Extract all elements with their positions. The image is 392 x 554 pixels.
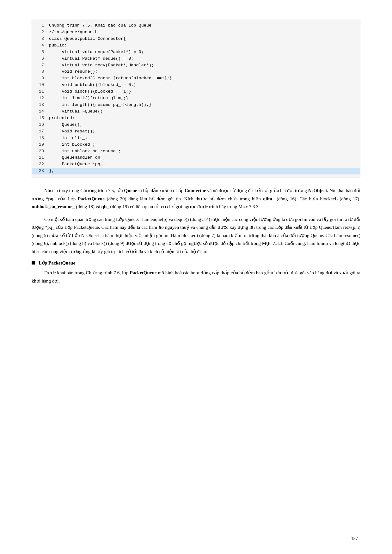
line-content-10: void unblock(){blocked_ = 0;} [49,82,136,88]
code-line-21: 21 QueueHandler qh_; [32,155,360,161]
line-number-20: 20 [34,148,44,155]
code-line-7: 7 virtual void recv(Packet*,Handler*); [32,62,360,69]
line-content-12: int limit(){return qlim_;} [49,95,128,102]
code-line-17: 17 void reset(); [32,128,360,135]
line-content-5: virtual void enque(Packet*) = 0; [49,49,144,56]
line-content-17: void reset(); [49,128,95,135]
line-content-4: public: [49,42,67,49]
line-number-1: 1 [34,22,44,29]
line-number-21: 21 [34,155,44,161]
code-line-14: 14 virtual ~Queue(); [32,108,360,115]
code-line-3: 3 class Queue:public Connnector{ [32,36,360,42]
line-content-18: int qlim_; [49,135,88,142]
line-content-3: class Queue:public Connnector{ [49,36,126,42]
line-content-21: QueueHandler qh_; [49,155,105,161]
line-number-5: 5 [34,49,44,56]
line-number-16: 16 [34,122,44,128]
line-content-7: virtual void recv(Packet*,Handler*); [49,62,154,69]
line-content-9: int blocked() const {return[blocked_ ==1… [49,75,172,82]
line-number-11: 11 [34,88,44,95]
line-number-14: 14 [34,108,44,115]
line-content-8: void resume(); [49,69,98,75]
paragraph-3: Được khai báo trong Chương trình 7.6, lớ… [32,269,360,285]
code-line-9: 9 int blocked() const {return[blocked_ =… [32,75,360,82]
line-content-1: Chuong trinh 7.5. Khai bao cua lop Queue [49,22,151,29]
code-line-12: 12 int limit(){return qlim_;} [32,95,360,102]
line-number-19: 19 [34,142,44,148]
line-number-13: 13 [34,102,44,108]
code-line-8: 8 void resume(); [32,69,360,75]
line-content-23: }; [49,168,54,174]
code-line-18: 18 int qlim_; [32,135,360,142]
line-content-11: void block(){blocked_ = 1;} [49,88,131,95]
line-content-16: Queue(); [49,122,82,128]
line-number-17: 17 [34,128,44,135]
line-content-19: int blocked_; [49,142,95,148]
line-number-10: 10 [34,82,44,88]
line-content-15: protected: [49,115,75,122]
code-block: 1 Chuong trinh 7.5. Khai bao cua lop Que… [32,19,360,178]
line-content-6: virtual Packet* deque() = 0; [49,56,133,62]
line-number-12: 12 [34,95,44,102]
code-line-13: 13 int length(){resume pq_->length();} [32,102,360,108]
line-content-14: virtual ~Queue(); [49,108,105,115]
code-line-6: 6 virtual Packet* deque() = 0; [32,56,360,62]
subheading-label: Lớp PacketQueue [39,260,75,266]
line-content-13: int length(){resume pq_->length();} [49,102,151,108]
line-content-22: PacketQueue *pq_; [49,161,105,168]
page: 1 Chuong trinh 7.5. Khai bao cua lop Que… [0,0,392,554]
code-line-23: 23 }; [32,168,360,174]
page-number: - 137 - [349,536,360,541]
line-number-2: 2 [34,29,44,36]
code-line-10: 10 void unblock(){blocked_ = 0;} [32,82,360,88]
line-number-22: 22 [34,161,44,168]
line-number-15: 15 [34,115,44,122]
line-content-2: //~ns/queue/queue.h [49,29,98,36]
code-line-11: 11 void block(){blocked_ = 1;} [32,88,360,95]
line-number-8: 8 [34,69,44,75]
paragraph-2: Có một số hàm quan trọng sau trong Lớp Q… [32,216,360,256]
code-line-2: 2 //~ns/queue/queue.h [32,29,360,36]
code-line-15: 15 protected: [32,115,360,122]
line-number-7: 7 [34,62,44,69]
line-number-9: 9 [34,75,44,82]
code-line-22: 22 PacketQueue *pq_; [32,161,360,168]
line-number-23: 23 [34,168,44,174]
line-number-6: 6 [34,56,44,62]
line-content-20: int unblock_on_resume_; [49,148,121,155]
line-number-4: 4 [34,42,44,49]
code-line-1: 1 Chuong trinh 7.5. Khai bao cua lop Que… [32,22,360,29]
paragraph-1: Như ta thấy trong Chương trình 7.5, lớp … [32,187,360,211]
subheading-packetqueue: Lớp PacketQueue [32,260,360,266]
bullet-icon [32,261,35,265]
line-number-18: 18 [34,135,44,142]
code-line-5: 5 virtual void enque(Packet*) = 0; [32,49,360,56]
code-line-20: 20 int unblock_on_resume_; [32,148,360,155]
code-line-19: 19 int blocked_; [32,142,360,148]
line-number-3: 3 [34,36,44,42]
code-line-4: 4 public: [32,42,360,49]
code-line-16: 16 Queue(); [32,122,360,128]
